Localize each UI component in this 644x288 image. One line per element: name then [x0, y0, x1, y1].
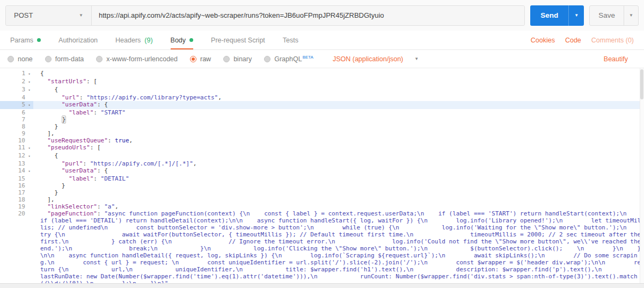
editor-line-12[interactable]: 12▾ {	[0, 152, 644, 160]
save-button[interactable]: Save	[590, 6, 624, 25]
content-type-select[interactable]: JSON (application/json) ▼	[333, 55, 419, 63]
code-content: "userData": {	[33, 101, 644, 109]
editor-line-17[interactable]: 17 }	[0, 189, 644, 196]
fold-caret-empty	[25, 196, 33, 203]
chevron-down-icon: ▼	[79, 13, 83, 18]
send-button-group: Send ▼	[530, 5, 584, 26]
editor-line-13[interactable]: 13 "purl": "https://apify.com/[.*]/[.*]"…	[0, 160, 644, 167]
fold-caret-empty	[25, 182, 33, 189]
line-number-gutter[interactable]: 14▾	[0, 167, 33, 175]
line-number-gutter[interactable]: 1▾	[0, 70, 33, 78]
editor-line-14[interactable]: 14▾ "userData": {	[0, 167, 644, 175]
line-number-gutter: 17	[0, 189, 33, 196]
tab-body[interactable]: Body	[171, 31, 194, 49]
radio-label: none	[18, 55, 33, 63]
body-status-dot	[189, 38, 193, 42]
code-content: }	[33, 189, 644, 196]
scrollbar-thumb[interactable]	[640, 69, 643, 99]
fold-caret-icon[interactable]: ▾	[25, 86, 33, 94]
fold-caret-empty	[25, 189, 33, 196]
comments-link[interactable]: Comments (0)	[591, 37, 634, 44]
editor-line-2[interactable]: 2▾ "startUrls": [	[0, 78, 644, 86]
code-editor[interactable]: 1▾{2▾ "startUrls": [3▾ {4 "url": "https:…	[0, 68, 644, 283]
method-value: POST	[14, 11, 33, 19]
radio-label: form-data	[55, 55, 84, 63]
editor-line-19[interactable]: 19 "linkSelector": "a",	[0, 203, 644, 210]
line-number-gutter: 9	[0, 130, 33, 137]
tab-tests[interactable]: Tests	[283, 31, 298, 49]
fold-caret-icon[interactable]: ▾	[25, 101, 33, 109]
code-content: {	[33, 70, 644, 78]
radio-label: binary	[233, 55, 252, 63]
editor-line-3[interactable]: 3▾ {	[0, 86, 644, 94]
code-link[interactable]: Code	[565, 37, 581, 44]
postman-request-view: POST ▼ Send ▼ Save ▼ Params Authorizatio…	[0, 0, 644, 288]
line-number-gutter: 6	[0, 109, 33, 116]
tab-params[interactable]: Params	[10, 31, 41, 49]
fold-caret-icon[interactable]: ▾	[25, 70, 33, 78]
editor-line-4[interactable]: 4 "url": "https://apify.com/library?type…	[0, 94, 644, 101]
tab-pre-request-script[interactable]: Pre-request Script	[211, 31, 265, 49]
editor-line-9[interactable]: 9 ],	[0, 130, 644, 137]
fold-caret-icon[interactable]: ▾	[25, 78, 33, 86]
code-content: }	[33, 182, 644, 189]
code-content: {	[33, 86, 644, 94]
headers-count-badge: (9)	[144, 37, 152, 44]
fold-caret-empty	[25, 116, 33, 123]
beautify-link[interactable]: Beautify	[604, 55, 628, 63]
radio-x-www-form-urlencoded[interactable]: x-www-form-urlencoded	[96, 55, 178, 63]
line-number-gutter[interactable]: 12▾	[0, 152, 33, 160]
line-number-gutter: 18	[0, 196, 33, 203]
line-number-gutter[interactable]: 11▾	[0, 144, 33, 152]
tab-authorization[interactable]: Authorization	[58, 31, 98, 49]
editor-line-1[interactable]: 1▾{	[0, 70, 644, 78]
fold-caret-icon[interactable]: ▾	[25, 144, 33, 152]
fold-caret-empty	[25, 94, 33, 101]
cookies-link[interactable]: Cookies	[531, 37, 555, 44]
editor-line-5[interactable]: 5▾ "userData": {	[0, 101, 644, 109]
editor-line-10[interactable]: 10 "useRequestQueue": true,	[0, 137, 644, 144]
radio-form-data[interactable]: form-data	[45, 55, 84, 63]
editor-line-16[interactable]: 16 }	[0, 182, 644, 189]
chevron-down-icon: ▼	[629, 13, 633, 18]
line-number-gutter[interactable]: 2▾	[0, 78, 33, 86]
save-options-button[interactable]: ▼	[624, 6, 638, 25]
params-status-dot	[37, 38, 41, 42]
radio-circle-icon	[8, 56, 14, 62]
editor-line-8[interactable]: 8 }	[0, 123, 644, 130]
code-content: "url": "https://apify.com/library?type=a…	[33, 94, 644, 101]
tab-label: Pre-request Script	[211, 37, 265, 44]
beta-badge: BETA	[303, 55, 313, 60]
editor-line-6[interactable]: 6 "label": "START"	[0, 109, 644, 116]
radio-none[interactable]: none	[8, 55, 33, 63]
editor-line-7[interactable]: 7 }	[0, 116, 644, 123]
tab-label: Params	[10, 37, 33, 44]
radio-graphql[interactable]: GraphQLBETA	[264, 55, 313, 63]
url-input[interactable]	[92, 6, 524, 25]
fold-caret-empty	[25, 123, 33, 130]
editor-line-20[interactable]: 20 "pageFunction": "async function pageF…	[0, 210, 644, 283]
editor-line-18[interactable]: 18 ],	[0, 196, 644, 203]
send-options-button[interactable]: ▼	[568, 5, 584, 26]
radio-binary[interactable]: binary	[223, 55, 252, 63]
line-number-gutter[interactable]: 5▾	[0, 101, 33, 109]
url-control: POST ▼	[5, 5, 525, 26]
code-content: "purl": "https://apify.com/[.*]/[.*]",	[33, 160, 644, 167]
fold-caret-empty	[25, 210, 33, 283]
radio-raw[interactable]: raw	[190, 55, 211, 63]
save-button-group: Save ▼	[589, 5, 639, 26]
editor-scrollbar[interactable]	[640, 68, 644, 283]
line-number-gutter: 8	[0, 123, 33, 130]
code-content: "label": "DETAIL"	[33, 175, 644, 182]
editor-line-15[interactable]: 15 "label": "DETAIL"	[0, 175, 644, 182]
tab-label: Headers	[115, 37, 141, 44]
code-content: "linkSelector": "a",	[33, 203, 644, 210]
editor-line-11[interactable]: 11▾ "pseudoUrls": [	[0, 144, 644, 152]
fold-caret-icon[interactable]: ▾	[25, 167, 33, 175]
send-button[interactable]: Send	[530, 5, 568, 26]
tab-headers[interactable]: Headers (9)	[115, 31, 153, 49]
fold-caret-icon[interactable]: ▾	[25, 152, 33, 160]
line-number-gutter[interactable]: 3▾	[0, 86, 33, 94]
method-select[interactable]: POST ▼	[6, 6, 92, 25]
line-number-gutter: 4	[0, 94, 33, 101]
